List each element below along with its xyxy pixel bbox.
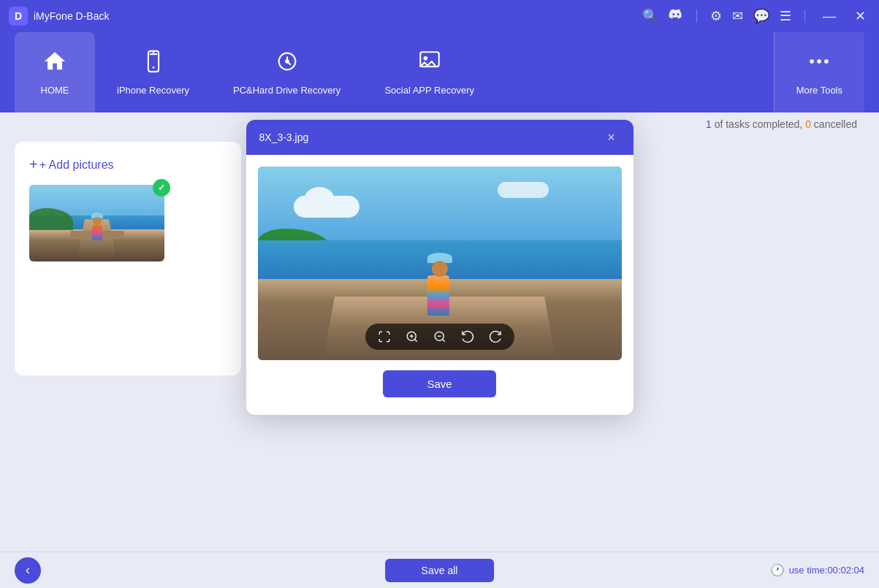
use-time: 🕐 use time:00:02:04 [770,563,864,577]
cloud2 [498,182,549,198]
girl-body [427,275,449,316]
discord-icon[interactable] [669,7,683,26]
svg-point-3 [285,59,289,64]
home-icon [42,49,67,79]
modal-save-row: Save [258,360,622,403]
rotate-cw-button[interactable] [487,328,504,345]
search-icon[interactable]: 🔍 [642,8,658,24]
back-icon: ‹ [26,562,30,578]
save-all-button[interactable]: Save all [385,559,495,582]
title-bar: D iMyFone D-Back 🔍 ⚙ ✉ 💬 ☰ — ✕ [0,0,879,32]
girl-figure [427,251,452,316]
svg-point-7 [817,59,821,64]
nav-label-more-tools: More Tools [796,85,842,96]
menu-icon[interactable]: ☰ [780,8,791,24]
nav-item-pc-recovery[interactable]: PC&Hard Drive Recovery [211,32,362,112]
modal-save-button[interactable]: Save [383,370,495,397]
cloud1 [294,196,359,218]
separator-2 [804,9,805,23]
separator [696,9,697,23]
svg-point-6 [810,59,815,64]
back-button[interactable]: ‹ [15,557,41,584]
minimize-button[interactable]: — [818,7,840,26]
bottom-bar: ‹ Save all 🕐 use time:00:02:04 [0,551,879,588]
zoom-in-button[interactable] [403,328,421,345]
girl-head [431,261,447,277]
nav-label-iphone-recovery: iPhone Recovery [117,85,189,96]
modal-overlay: 8X_3-3.jpg × [0,112,879,551]
modal-header: 8X_3-3.jpg × [246,120,633,155]
clock-icon: 🕐 [770,563,785,577]
svg-point-1 [152,66,154,69]
nav-item-iphone-recovery[interactable]: iPhone Recovery [95,32,211,112]
modal-title: 8X_3-3.jpg [259,131,309,143]
fullscreen-button[interactable] [376,328,393,345]
rotate-ccw-button[interactable] [459,328,476,345]
use-time-label: use time:00:02:04 [789,565,864,576]
app-logo: D [9,7,28,26]
modal-image [258,167,622,360]
nav-bar: HOME iPhone Recovery PC&Hard Drive Recov… [0,32,879,112]
pc-recovery-icon [275,49,300,79]
nav-label-home: HOME [41,85,69,96]
mail-icon[interactable]: ✉ [732,8,743,24]
nav-item-home[interactable]: HOME [15,32,95,112]
image-preview-modal: 8X_3-3.jpg × [246,120,633,415]
nav-label-pc-recovery: PC&Hard Drive Recovery [233,85,340,96]
close-button[interactable]: ✕ [851,7,870,26]
chat-icon[interactable]: 💬 [753,8,769,24]
image-toolbar [365,324,514,350]
modal-close-button[interactable]: × [603,129,620,146]
title-icons: 🔍 ⚙ ✉ 💬 ☰ — ✕ [642,7,870,26]
zoom-out-button[interactable] [431,328,449,345]
svg-point-8 [824,59,829,64]
nav-label-social-recovery: Social APP Recovery [384,85,474,96]
modal-body: Save [246,155,633,415]
nav-item-social-recovery[interactable]: Social APP Recovery [362,32,496,112]
settings-icon[interactable]: ⚙ [710,8,722,24]
app-name: iMyFone D-Back [34,10,642,22]
more-tools-icon [807,49,832,79]
svg-point-5 [423,56,427,61]
nav-item-more-tools[interactable]: More Tools [774,32,864,112]
social-recovery-icon [417,49,442,79]
iphone-recovery-icon [141,49,166,79]
